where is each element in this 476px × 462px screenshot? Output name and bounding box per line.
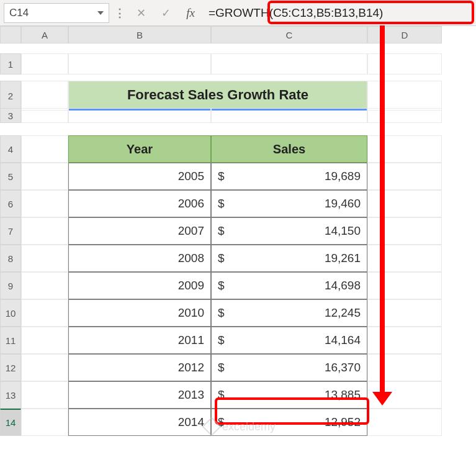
chevron-down-icon[interactable] xyxy=(97,11,104,15)
col-header-B[interactable]: B xyxy=(68,26,211,43)
cell-sales[interactable]: $12,245 xyxy=(211,299,367,327)
cell[interactable] xyxy=(367,81,442,111)
row-header[interactable]: 2 xyxy=(0,81,21,111)
cell-sales-selected[interactable]: $12,952 xyxy=(211,409,367,436)
cell-year[interactable]: 2013 xyxy=(68,381,211,409)
cell[interactable] xyxy=(211,108,367,123)
cell[interactable] xyxy=(367,245,442,272)
row-header[interactable]: 1 xyxy=(0,53,21,75)
cell[interactable] xyxy=(21,135,68,163)
cell-year[interactable]: 2009 xyxy=(68,272,211,299)
cell[interactable] xyxy=(211,53,367,75)
cell-year[interactable]: 2008 xyxy=(68,245,211,272)
table-header-sales[interactable]: Sales xyxy=(211,135,367,163)
row-header[interactable]: 13 xyxy=(0,381,21,409)
cell-year[interactable]: 2012 xyxy=(68,354,211,381)
cell-sales[interactable]: $14,150 xyxy=(211,217,367,245)
name-box-value: C14 xyxy=(9,7,29,19)
select-all-corner[interactable] xyxy=(0,26,21,43)
cell[interactable] xyxy=(21,409,68,436)
cell[interactable] xyxy=(367,163,442,190)
formula-input[interactable]: =GROWTH(C5:C13,B5:B13,B14) xyxy=(205,3,472,23)
cell[interactable] xyxy=(367,217,442,245)
cell-year[interactable]: 2010 xyxy=(68,299,211,327)
cell[interactable] xyxy=(21,217,68,245)
row-header[interactable]: 3 xyxy=(0,108,21,123)
row-header[interactable]: 14 xyxy=(0,409,21,436)
cell[interactable] xyxy=(21,354,68,381)
cell[interactable] xyxy=(21,108,68,123)
cell-sales[interactable]: $19,460 xyxy=(211,190,367,217)
row-header[interactable]: 9 xyxy=(0,272,21,299)
cell-sales[interactable]: $14,164 xyxy=(211,327,367,354)
cell[interactable] xyxy=(68,53,211,75)
cell[interactable] xyxy=(367,354,442,381)
cell[interactable] xyxy=(367,272,442,299)
cell[interactable] xyxy=(21,81,68,111)
cell[interactable] xyxy=(21,190,68,217)
row-header[interactable]: 6 xyxy=(0,190,21,217)
row-header[interactable]: 8 xyxy=(0,245,21,272)
worksheet-grid[interactable]: A B C D 1 2 Forecast Sales Growth Rate 3… xyxy=(0,26,476,436)
cell[interactable] xyxy=(21,245,68,272)
cell[interactable] xyxy=(367,135,442,163)
table-header-year[interactable]: Year xyxy=(68,135,211,163)
separator-icon: ⋮ xyxy=(113,6,127,20)
cell[interactable] xyxy=(367,53,442,75)
enter-icon[interactable]: ✓ xyxy=(155,4,176,22)
cell-sales[interactable]: $14,698 xyxy=(211,272,367,299)
row-header[interactable]: 7 xyxy=(0,217,21,245)
formula-text: =GROWTH(C5:C13,B5:B13,B14) xyxy=(209,6,383,20)
cell-sales[interactable]: $13,885 xyxy=(211,381,367,409)
row-header[interactable]: 4 xyxy=(0,135,21,163)
cell-year[interactable]: 2006 xyxy=(68,190,211,217)
cell[interactable] xyxy=(21,327,68,354)
cell[interactable] xyxy=(21,163,68,190)
formula-bar: C14 ⋮ ✕ ✓ fx =GROWTH(C5:C13,B5:B13,B14) xyxy=(0,0,476,26)
cell-sales[interactable]: $19,689 xyxy=(211,163,367,190)
cell[interactable] xyxy=(367,409,442,436)
col-header-D[interactable]: D xyxy=(367,26,442,43)
cell[interactable] xyxy=(367,299,442,327)
cell[interactable] xyxy=(21,53,68,75)
cell-year[interactable]: 2007 xyxy=(68,217,211,245)
title-cell[interactable]: Forecast Sales Growth Rate xyxy=(68,81,367,111)
col-header-A[interactable]: A xyxy=(21,26,68,43)
cell[interactable] xyxy=(367,327,442,354)
col-header-C[interactable]: C xyxy=(211,26,367,43)
cell[interactable] xyxy=(21,299,68,327)
cell-sales[interactable]: $19,261 xyxy=(211,245,367,272)
cell[interactable] xyxy=(68,108,211,123)
cell-year[interactable]: 2014 xyxy=(68,409,211,436)
cell-year[interactable]: 2005 xyxy=(68,163,211,190)
row-header[interactable]: 10 xyxy=(0,299,21,327)
name-box[interactable]: C14 xyxy=(4,3,109,23)
row-header[interactable]: 11 xyxy=(0,327,21,354)
cell[interactable] xyxy=(367,108,442,123)
cell[interactable] xyxy=(21,272,68,299)
cell[interactable] xyxy=(367,381,442,409)
row-header[interactable]: 12 xyxy=(0,354,21,381)
cancel-icon[interactable]: ✕ xyxy=(130,4,151,22)
cell-year[interactable]: 2011 xyxy=(68,327,211,354)
cell[interactable] xyxy=(21,381,68,409)
cell-sales[interactable]: $16,370 xyxy=(211,354,367,381)
row-header[interactable]: 5 xyxy=(0,163,21,190)
cell[interactable] xyxy=(367,190,442,217)
fx-icon[interactable]: fx xyxy=(180,4,201,22)
